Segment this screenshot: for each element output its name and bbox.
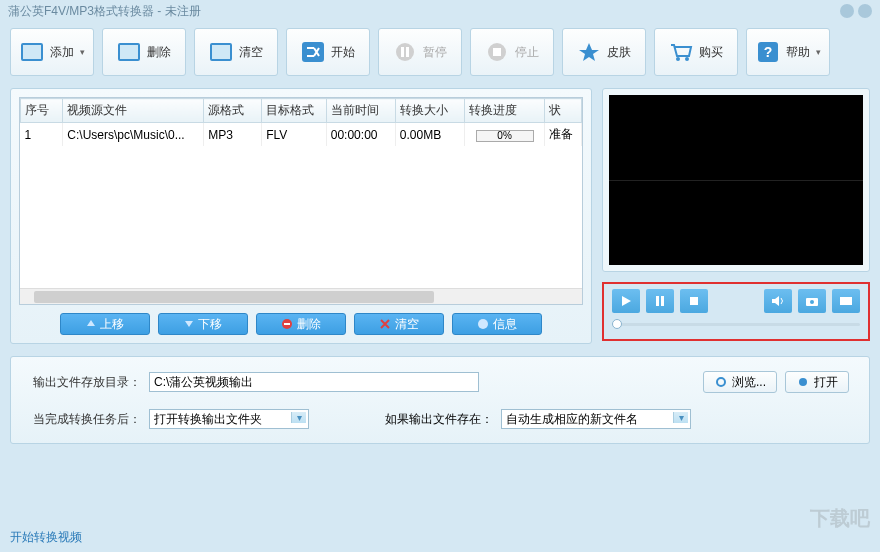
- clear-button[interactable]: 清空: [194, 28, 278, 76]
- row-clear-button[interactable]: 清空: [354, 313, 444, 335]
- volume-button[interactable]: [764, 289, 792, 313]
- help-icon: ?: [756, 42, 780, 62]
- svg-point-7: [685, 57, 689, 61]
- cell-progress: 0%: [464, 123, 544, 147]
- col-srcfmt[interactable]: 源格式: [204, 99, 262, 123]
- film-add-icon: [20, 42, 44, 62]
- minimize-icon[interactable]: [840, 4, 854, 18]
- add-label: 添加: [50, 44, 74, 61]
- stop-button[interactable]: 停止: [470, 28, 554, 76]
- move-down-button[interactable]: 下移: [158, 313, 248, 335]
- row-delete-button[interactable]: 删除: [256, 313, 346, 335]
- start-button[interactable]: 开始: [286, 28, 370, 76]
- svg-rect-13: [656, 296, 659, 306]
- svg-rect-11: [284, 323, 290, 325]
- cell-seq: 1: [21, 123, 63, 147]
- delete-label: 删除: [147, 44, 171, 61]
- snapshot-button[interactable]: [798, 289, 826, 313]
- delete-button[interactable]: 删除: [102, 28, 186, 76]
- file-exists-label: 如果输出文件存在：: [385, 411, 493, 428]
- film-delete-icon: [117, 42, 141, 62]
- svg-point-19: [717, 378, 725, 386]
- add-button[interactable]: 添加▾: [10, 28, 94, 76]
- start-label: 开始: [331, 44, 355, 61]
- cell-tgtfmt: FLV: [262, 123, 327, 147]
- screen-icon: [839, 295, 853, 307]
- window-title: 蒲公英F4V/MP3格式转换器 - 未注册: [8, 3, 201, 20]
- table-row[interactable]: 1 C:\Users\pc\Music\0... MP3 FLV 00:00:0…: [21, 123, 582, 147]
- arrow-up-icon: [86, 319, 96, 329]
- skin-button[interactable]: 皮肤: [562, 28, 646, 76]
- info-icon: [477, 318, 489, 330]
- start-convert-link[interactable]: 开始转换视频: [10, 529, 82, 546]
- video-preview: [609, 95, 863, 265]
- svg-rect-3: [406, 47, 409, 57]
- preview-panel: [602, 88, 870, 272]
- cell-status: 准备: [545, 123, 582, 147]
- after-task-select[interactable]: 打开转换输出文件夹: [149, 409, 309, 429]
- svg-rect-5: [493, 48, 501, 56]
- seek-slider[interactable]: [612, 319, 860, 329]
- file-list-panel: 序号 视频源文件 源格式 目标格式 当前时间 转换大小 转换进度 状 1 C:\…: [10, 88, 592, 344]
- svg-point-12: [478, 319, 488, 329]
- stop-label: 停止: [515, 44, 539, 61]
- stop-icon: [485, 42, 509, 62]
- svg-point-17: [810, 300, 814, 304]
- cell-srcfmt: MP3: [204, 123, 262, 147]
- browse-button[interactable]: 浏览...: [703, 371, 777, 393]
- after-task-label: 当完成转换任务后：: [31, 411, 141, 428]
- speaker-icon: [771, 295, 785, 307]
- output-dir-input[interactable]: [149, 372, 479, 392]
- buy-label: 购买: [699, 44, 723, 61]
- watermark: 下载吧: [810, 505, 870, 532]
- pause-icon: [654, 295, 666, 307]
- cell-time: 00:00:00: [326, 123, 395, 147]
- cell-size: 0.00MB: [395, 123, 464, 147]
- col-source[interactable]: 视频源文件: [63, 99, 204, 123]
- col-status[interactable]: 状: [545, 99, 582, 123]
- move-up-button[interactable]: 上移: [60, 313, 150, 335]
- cart-icon: [669, 42, 693, 62]
- close-icon[interactable]: [858, 4, 872, 18]
- col-progress[interactable]: 转换进度: [464, 99, 544, 123]
- media-stop-button[interactable]: [680, 289, 708, 313]
- svg-rect-18: [840, 297, 852, 305]
- gear-icon: [714, 376, 728, 388]
- pause-icon: [393, 42, 417, 62]
- buy-button[interactable]: 购买: [654, 28, 738, 76]
- col-time[interactable]: 当前时间: [326, 99, 395, 123]
- shuffle-icon: [301, 42, 325, 62]
- play-icon: [620, 295, 632, 307]
- help-label: 帮助: [786, 44, 810, 61]
- file-table: 序号 视频源文件 源格式 目标格式 当前时间 转换大小 转换进度 状 1 C:\…: [20, 98, 582, 146]
- minus-circle-icon: [281, 318, 293, 330]
- help-button[interactable]: ?帮助▾: [746, 28, 830, 76]
- col-size[interactable]: 转换大小: [395, 99, 464, 123]
- camera-icon: [805, 295, 819, 307]
- skin-label: 皮肤: [607, 44, 631, 61]
- open-button[interactable]: 打开: [785, 371, 849, 393]
- pause-button[interactable]: 暂停: [378, 28, 462, 76]
- col-seq[interactable]: 序号: [21, 99, 63, 123]
- play-button[interactable]: [612, 289, 640, 313]
- clear-label: 清空: [239, 44, 263, 61]
- svg-rect-0: [302, 42, 324, 62]
- info-button[interactable]: 信息: [452, 313, 542, 335]
- output-dir-label: 输出文件存放目录：: [31, 374, 141, 391]
- film-clear-icon: [209, 42, 233, 62]
- fullscreen-button[interactable]: [832, 289, 860, 313]
- svg-text:?: ?: [763, 44, 772, 60]
- svg-rect-2: [401, 47, 404, 57]
- media-pause-button[interactable]: [646, 289, 674, 313]
- col-tgtfmt[interactable]: 目标格式: [262, 99, 327, 123]
- file-exists-select[interactable]: 自动生成相应的新文件名: [501, 409, 691, 429]
- media-controls-highlight: [602, 282, 870, 341]
- cell-source: C:\Users\pc\Music\0...: [63, 123, 204, 147]
- x-icon: [379, 318, 391, 330]
- svg-point-6: [676, 57, 680, 61]
- horizontal-scrollbar[interactable]: [20, 288, 582, 304]
- pause-label: 暂停: [423, 44, 447, 61]
- svg-point-1: [396, 43, 414, 61]
- output-settings-panel: 输出文件存放目录： 浏览... 打开 当完成转换任务后： 打开转换输出文件夹 如…: [10, 356, 870, 444]
- folder-open-icon: [796, 376, 810, 388]
